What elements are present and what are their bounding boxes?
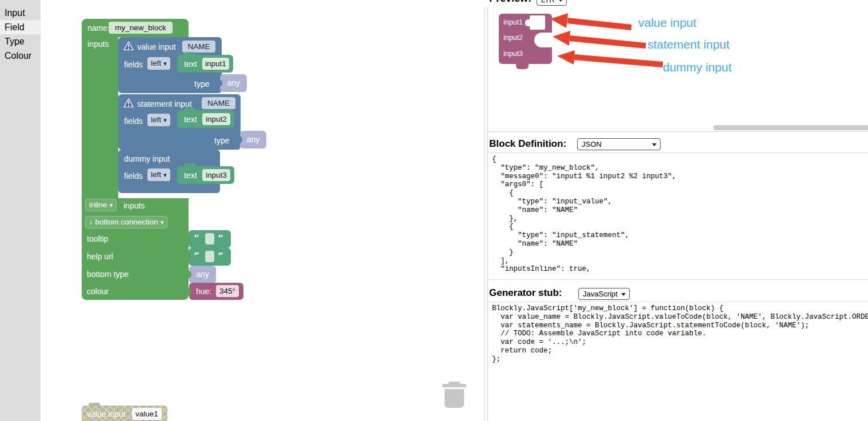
chevron-down-icon: ▾: [161, 219, 164, 226]
helpurl-text-field[interactable]: [205, 251, 214, 262]
puzzle-tab: [185, 235, 191, 243]
panel-divider: [485, 7, 485, 421]
text-field-block[interactable]: text input3: [177, 166, 234, 184]
bottom-type-label: bottom type: [87, 270, 129, 279]
chevron-down-icon: ▾: [163, 117, 167, 123]
type-label: type: [194, 79, 209, 89]
chevron-down-icon: ▾: [163, 60, 167, 67]
hue-value-field[interactable]: 345°: [216, 285, 239, 297]
disabled-value-input-block[interactable]: value input value1: [82, 406, 167, 421]
inputs-label: inputs: [87, 39, 109, 49]
factory-block-footer[interactable]: inline▾ inputs ↓ bottom connection▾ tool…: [82, 198, 189, 300]
field-align-dropdown[interactable]: left▾: [147, 114, 170, 126]
helpurl-label: help url: [87, 252, 113, 261]
annotation-dummy-input: dummy input: [663, 61, 731, 74]
factory-block-header[interactable]: name my_new_block: [82, 19, 189, 37]
statement-input-notch: [534, 33, 552, 47]
toolbox-category-field[interactable]: Field: [0, 20, 41, 34]
disabled-block-label: value input: [87, 410, 126, 419]
preview-block[interactable]: input1 input2 input3: [499, 14, 552, 64]
fields-label: fields: [124, 60, 143, 69]
panel-divider: [487, 7, 488, 421]
puzzle-tab: [185, 287, 191, 296]
close-quote-icon: ”: [218, 232, 223, 244]
preview-row-input2: input2: [503, 34, 523, 42]
puzzle-tab: [185, 252, 191, 261]
factory-block-body[interactable]: inputs: [82, 37, 118, 199]
warning-icon[interactable]: [123, 98, 134, 108]
preview-row-input3: input3: [503, 50, 523, 58]
puzzle-tab: [216, 79, 222, 87]
fields-label: fields: [124, 171, 143, 181]
statement-input-label: statement input: [137, 99, 192, 109]
warning-icon[interactable]: [123, 41, 134, 51]
text-value-field[interactable]: input1: [202, 58, 229, 70]
block-notch: [184, 107, 195, 111]
text-value-field[interactable]: input3: [202, 169, 230, 181]
toolbox-category-input[interactable]: Input: [0, 6, 41, 20]
field-align-dropdown[interactable]: left▾: [147, 57, 170, 70]
open-quote-icon: “: [194, 250, 199, 262]
preview-heading: Preview:: [489, 0, 531, 5]
horizontal-scrollbar[interactable]: [713, 125, 868, 130]
statement-input-name-field[interactable]: NAME: [202, 97, 235, 109]
block-definition-code: { "type": "my_new_block", "message0": "i…: [489, 153, 868, 280]
bottom-type-any-block[interactable]: any: [189, 266, 216, 283]
tooltip-label: tooltip: [87, 234, 108, 243]
toolbox-category-colour[interactable]: Colour: [0, 49, 41, 63]
close-quote-icon: ”: [218, 250, 223, 262]
colour-hue-block[interactable]: hue: 345°: [189, 283, 243, 300]
value-input-name-field[interactable]: NAME: [182, 41, 215, 53]
hue-label: hue:: [196, 287, 211, 296]
annotation-value-input: value input: [638, 16, 697, 30]
direction-select[interactable]: LTR: [537, 0, 567, 6]
block-notch: [184, 52, 195, 55]
chevron-down-icon: [652, 143, 657, 146]
toolbox: Input Field Type Colour: [0, 0, 41, 421]
text-label: text: [184, 115, 197, 124]
inline-inputs-label: inputs: [123, 201, 145, 210]
helpurl-text-block[interactable]: “ ”: [189, 248, 231, 266]
tooltip-text-block[interactable]: “ ”: [189, 230, 231, 248]
type-any-block[interactable]: any: [220, 74, 247, 92]
generator-stub-code: Blockly.JavaScript['my_new_block'] = fun…: [489, 302, 868, 421]
text-field-block[interactable]: text input1: [177, 55, 233, 73]
puzzle-tab: [236, 135, 242, 144]
chevron-down-icon: [621, 293, 626, 296]
text-label: text: [184, 59, 197, 69]
trashcan-icon[interactable]: [441, 380, 467, 410]
block-notch: [89, 403, 100, 406]
colour-label: colour: [87, 287, 109, 296]
dummy-input-label: dummy input: [124, 154, 170, 163]
bottom-connection-tab: [516, 64, 529, 69]
tooltip-text-field[interactable]: [205, 233, 214, 244]
inline-dropdown[interactable]: inline▾: [85, 199, 117, 211]
disabled-block-name-field[interactable]: value1: [132, 408, 162, 420]
connection-dropdown[interactable]: ↓ bottom connection▾: [85, 216, 167, 228]
text-value-field[interactable]: input2: [202, 113, 230, 125]
chevron-down-icon: [558, 0, 563, 2]
name-label: name: [87, 23, 107, 33]
block-notch: [184, 163, 195, 167]
value-input-label: value input: [137, 42, 176, 51]
value-input-notch: [530, 15, 545, 30]
chevron-down-icon: ▾: [110, 202, 113, 209]
generator-language-select[interactable]: JavaScript: [578, 288, 630, 300]
preview-workspace[interactable]: input1 input2 input3 value input stateme…: [489, 7, 868, 132]
block-definition-heading: Block Definition:: [489, 138, 566, 150]
type-any-block[interactable]: any: [240, 131, 266, 149]
definition-format-select[interactable]: JSON: [577, 138, 661, 150]
text-field-block[interactable]: text input2: [177, 110, 234, 128]
puzzle-tab: [185, 270, 191, 279]
block-name-field[interactable]: my_new_block: [109, 22, 173, 34]
preview-row-input1: input1: [503, 18, 523, 26]
output-panel: Preview: LTR input1 input2 input3 value …: [489, 0, 868, 421]
fields-label: fields: [124, 117, 143, 126]
open-quote-icon: “: [194, 232, 199, 244]
generator-stub-heading: Generator stub:: [489, 287, 562, 299]
chevron-down-icon: ▾: [163, 171, 167, 178]
annotation-statement-input: statement input: [647, 38, 730, 51]
toolbox-category-type[interactable]: Type: [0, 34, 41, 49]
field-align-dropdown[interactable]: left▾: [147, 169, 170, 181]
type-label: type: [214, 136, 229, 145]
